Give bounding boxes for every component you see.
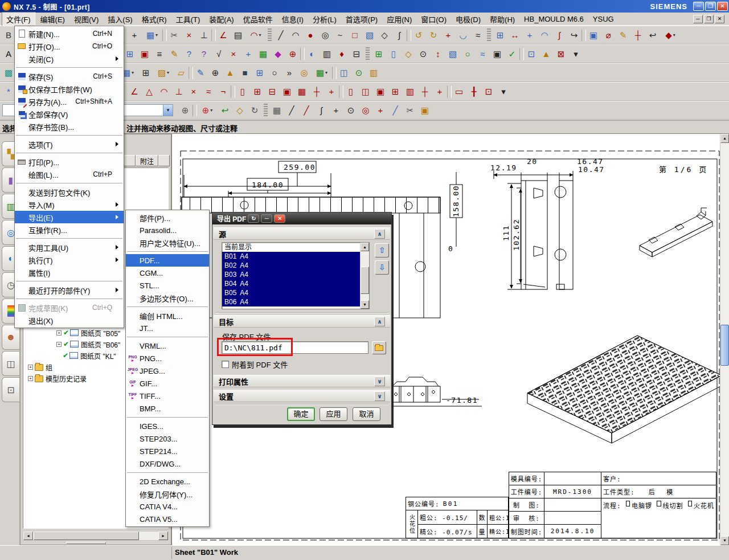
menu-bar-item[interactable]: 信息(I) [278, 13, 308, 26]
toolbar-icon[interactable]: + [241, 47, 256, 62]
export-menu-item[interactable]: ▸ DXF/DWG... [126, 457, 209, 470]
tree-expand-icon[interactable] [56, 342, 62, 347]
dialog-reset-icon[interactable]: ↻ [248, 214, 259, 223]
file-menu-item[interactable]: 打开(O)... Ctrl+O [15, 40, 124, 52]
export-menu-item[interactable]: ▸ VRML... [126, 340, 209, 352]
toolbar-icon[interactable]: ⊕ [197, 103, 218, 118]
browse-folder-button[interactable] [372, 341, 386, 354]
tree-expand-icon[interactable] [56, 330, 62, 336]
sheet-list-item[interactable]: B03 A4 [222, 270, 369, 279]
toolbar-icon[interactable]: ▦ [269, 103, 284, 118]
toolbar-icon[interactable]: ⊞ [122, 47, 137, 62]
toolbar-icon[interactable]: ╱ [299, 103, 314, 118]
toolbar-icon[interactable]: ✎ [167, 47, 182, 62]
dialog-close-icon[interactable]: ✕ [274, 214, 285, 223]
toolbar-icon[interactable]: ▲ [223, 66, 237, 80]
toolbar-icon[interactable]: ♦ [334, 47, 349, 62]
menu-bar-item[interactable]: HB_MOULD M6.6 [520, 14, 588, 24]
window-restore-button[interactable]: ❐ [705, 2, 716, 11]
toolbar-icon[interactable]: ⊠ [554, 47, 568, 62]
toolbar-icon[interactable] [487, 28, 491, 42]
export-menu-item[interactable]: ▸ BMP... [126, 402, 209, 415]
ok-button[interactable]: 确定 [287, 407, 315, 421]
file-menu-item[interactable]: 另存为(A)... Ctrl+Shift+A [15, 95, 124, 108]
tree-expand-icon[interactable] [28, 365, 33, 370]
toolbar-icon[interactable]: ◠ [245, 28, 266, 43]
list-scrollbar[interactable]: ▴ ▾ [360, 243, 369, 309]
toolbar-icon[interactable]: ∠ [127, 84, 142, 99]
toolbar-icon[interactable]: ▣ [373, 84, 388, 99]
toolbar-icon[interactable] [231, 85, 235, 98]
source-section-header[interactable]: 源 ∧ [214, 227, 390, 240]
toolbar-icon[interactable]: × [186, 84, 201, 99]
export-menu-item[interactable]: JPEG ▸ JPEG... [126, 365, 209, 377]
tree-check-icon[interactable] [63, 329, 69, 337]
toolbar-icon[interactable]: ▯ [343, 84, 358, 99]
export-menu-item[interactable]: ▸ CATIA V4... [126, 500, 209, 513]
toolbar-icon[interactable]: ⊟ [349, 47, 364, 62]
navigator-horizontal-scrollbar[interactable]: ◂ ▸ [23, 531, 169, 541]
toolbar-icon[interactable]: ▧ [362, 28, 377, 43]
scrollbar-thumb[interactable] [720, 325, 729, 366]
toolbar-icon[interactable]: ▣ [586, 28, 601, 43]
file-menu-item[interactable]: 关闭(C) [15, 52, 124, 65]
scroll-down-icon[interactable]: ▾ [720, 536, 729, 545]
toolbar-icon[interactable] [447, 85, 452, 98]
toolbar-icon[interactable]: ⊕ [178, 103, 193, 118]
menu-bar-item[interactable]: 编辑(E) [36, 13, 69, 26]
export-menu-item[interactable]: ▸ IGES... [126, 420, 209, 432]
toolbar-icon[interactable]: ↩ [645, 28, 660, 43]
export-menu-item[interactable]: ▸ 部件(P)... [126, 211, 209, 224]
export-menu-item[interactable]: ▸ STEP203... [126, 432, 209, 445]
expand-chevron-icon[interactable]: ∨ [374, 377, 385, 386]
file-menu-item[interactable]: 退出(X) [15, 314, 124, 326]
sheet-list-item[interactable]: B02 A4 [222, 261, 369, 270]
apply-button[interactable]: 应用 [320, 407, 347, 421]
scroll-up-icon[interactable]: ▴ [361, 243, 369, 251]
toolbar-icon[interactable]: ▥ [403, 84, 417, 99]
toolbar-icon[interactable]: ▣ [280, 84, 294, 99]
file-menu-item[interactable]: 执行(T) [15, 254, 124, 266]
menu-bar-item[interactable]: 装配(A) [205, 13, 237, 26]
sheet-list-item[interactable]: B05 A4 [222, 288, 369, 297]
export-menu-item[interactable]: GIF ▸ GIF... [126, 377, 209, 390]
toolbar-icon[interactable]: ⊞ [252, 66, 267, 80]
navigator-column-note[interactable]: 附注 [136, 155, 158, 166]
toolbar-icon[interactable]: ? [182, 47, 196, 62]
toolbar-icon[interactable]: ▦ [142, 28, 162, 43]
toolbar-icon[interactable] [332, 67, 337, 79]
dialog-minimize-icon[interactable]: ─ [261, 214, 272, 223]
toolbar-icon[interactable]: ✓ [505, 47, 519, 62]
export-menu-item[interactable]: ▸ JT... [126, 322, 209, 334]
toolbar-icon[interactable]: ◆ [660, 28, 681, 43]
tree-check-icon[interactable] [63, 340, 69, 348]
toolbar-icon[interactable]: ⊙ [351, 66, 366, 80]
toolbar-icon[interactable]: ⊙ [343, 103, 358, 118]
toolbar-icon[interactable]: ◠ [288, 28, 303, 43]
toolbar-icon[interactable] [211, 29, 216, 42]
toolbar-icon[interactable]: × [182, 28, 196, 43]
toolbar-icon[interactable]: ✂ [167, 28, 182, 43]
toolbar-icon[interactable]: ▤ [231, 28, 245, 43]
scroll-left-icon[interactable]: ◂ [23, 532, 33, 540]
toolbar-icon[interactable]: ≡ [152, 47, 167, 62]
toolbar-icon[interactable]: ⊟ [265, 84, 280, 99]
toolbar-icon[interactable] [519, 48, 524, 60]
toolbar-icon[interactable]: + [522, 28, 537, 43]
toolbar-icon[interactable]: ▥ [366, 66, 381, 80]
toolbar-icon[interactable]: ▦ [312, 66, 332, 80]
toolbar-icon[interactable]: ▲ [539, 47, 554, 62]
toolbar-icon[interactable]: ▥ [320, 47, 334, 62]
settings-header[interactable]: 设置 ∨ [214, 390, 390, 402]
toolbar-icon[interactable]: ≈ [201, 84, 216, 99]
panel-splitter-handle[interactable] [66, 542, 106, 544]
toolbar-icon[interactable]: ◎ [358, 103, 373, 118]
toolbar-icon[interactable]: + [127, 28, 142, 43]
toolbar-icon[interactable]: ◫ [337, 66, 351, 80]
move-up-button[interactable]: ⇧ [375, 243, 389, 257]
resource-bar-tab[interactable]: ⊡ [2, 377, 19, 402]
toolbar-icon[interactable]: ● [303, 28, 318, 43]
file-menu-item[interactable]: 实用工具(U) [15, 241, 124, 254]
sheet-list-item[interactable]: B06 A4 [222, 297, 369, 306]
toolbar-icon[interactable] [581, 29, 586, 42]
